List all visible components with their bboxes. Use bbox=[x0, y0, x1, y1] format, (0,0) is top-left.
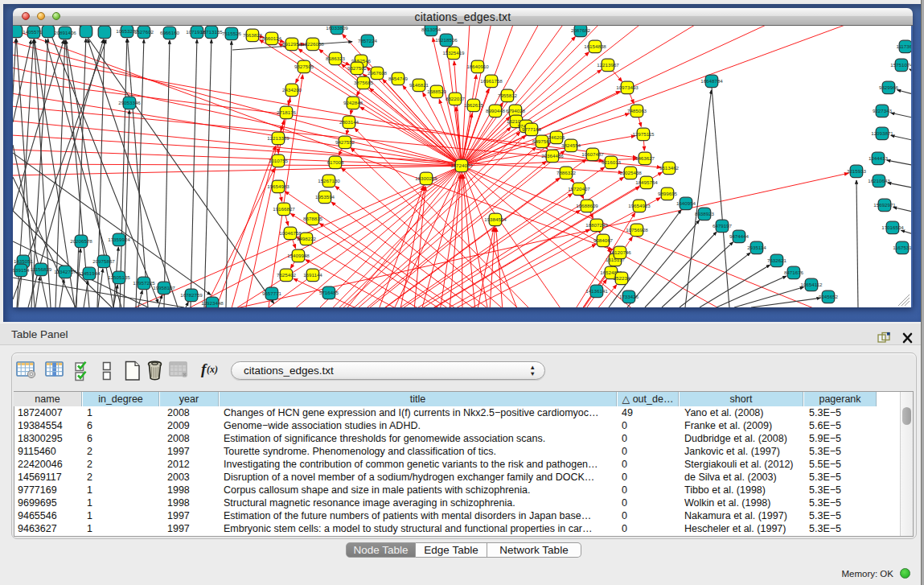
svg-text:9227343: 9227343 bbox=[873, 108, 893, 113]
svg-text:12213967: 12213967 bbox=[597, 62, 619, 68]
svg-text:12093871: 12093871 bbox=[871, 130, 893, 136]
svg-text:19958107: 19958107 bbox=[153, 285, 175, 290]
svg-text:8990448: 8990448 bbox=[486, 108, 506, 113]
svg-text:12505135: 12505135 bbox=[108, 274, 130, 280]
svg-text:29053346: 29053346 bbox=[118, 100, 141, 105]
svg-text:1640954: 1640954 bbox=[676, 200, 696, 206]
svg-text:12342757: 12342757 bbox=[54, 269, 76, 274]
svg-text:1953594: 1953594 bbox=[315, 194, 335, 200]
svg-text:7625402: 7625402 bbox=[277, 272, 297, 278]
svg-text:10607487: 10607487 bbox=[581, 151, 604, 157]
svg-text:16154838: 16154838 bbox=[584, 43, 606, 49]
svg-text:2935114: 2935114 bbox=[747, 245, 766, 250]
svg-text:8912954: 8912954 bbox=[282, 41, 302, 47]
svg-text:19166827: 19166827 bbox=[273, 206, 295, 212]
svg-text:20364436: 20364436 bbox=[541, 153, 564, 159]
svg-text:20975867: 20975867 bbox=[92, 258, 115, 264]
svg-text:8471676: 8471676 bbox=[784, 270, 804, 275]
svg-text:939154: 939154 bbox=[13, 267, 30, 273]
svg-text:18226058: 18226058 bbox=[302, 41, 324, 47]
svg-text:1010755: 1010755 bbox=[269, 158, 289, 163]
svg-text:8454749: 8454749 bbox=[388, 76, 409, 81]
svg-text:16782759: 16782759 bbox=[180, 292, 203, 298]
svg-text:1362615: 1362615 bbox=[464, 102, 484, 108]
svg-text:16713155: 16713155 bbox=[200, 29, 223, 35]
svg-text:7632621: 7632621 bbox=[767, 257, 787, 263]
svg-text:2803144: 2803144 bbox=[339, 119, 359, 125]
svg-text:12975115: 12975115 bbox=[632, 131, 655, 137]
svg-text:3875685: 3875685 bbox=[354, 80, 374, 85]
svg-text:2434200: 2434200 bbox=[282, 87, 302, 93]
svg-text:8678835: 8678835 bbox=[303, 216, 323, 221]
svg-text:1691144: 1691144 bbox=[303, 272, 322, 278]
svg-text:20206578: 20206578 bbox=[70, 238, 92, 244]
svg-text:9427552: 9427552 bbox=[335, 139, 355, 145]
svg-text:8322037: 8322037 bbox=[446, 96, 466, 101]
svg-text:18640910: 18640910 bbox=[466, 64, 489, 69]
svg-text:2087682: 2087682 bbox=[571, 27, 591, 33]
svg-text:6479197: 6479197 bbox=[713, 223, 733, 229]
svg-text:1244413: 1244413 bbox=[869, 155, 889, 161]
svg-text:15751074: 15751074 bbox=[890, 62, 911, 68]
svg-text:9463627: 9463627 bbox=[635, 155, 655, 161]
svg-text:9329966: 9329966 bbox=[879, 84, 899, 90]
svg-text:15267130: 15267130 bbox=[318, 178, 340, 183]
svg-text:18724007: 18724007 bbox=[450, 163, 473, 168]
svg-text:1588520: 1588520 bbox=[427, 89, 447, 94]
svg-text:7886322: 7886322 bbox=[556, 170, 577, 175]
svg-text:9899695: 9899695 bbox=[658, 191, 678, 196]
svg-text:8938923: 8938923 bbox=[695, 211, 715, 216]
svg-text:9474444: 9474444 bbox=[729, 233, 749, 239]
svg-text:17359924: 17359924 bbox=[108, 237, 130, 242]
svg-text:3215933: 3215933 bbox=[847, 168, 867, 174]
svg-text:1733426: 1733426 bbox=[619, 294, 639, 299]
svg-text:19654923: 19654923 bbox=[628, 203, 651, 208]
svg-text:17016504: 17016504 bbox=[881, 225, 904, 230]
svg-text:(x): (x) bbox=[207, 364, 218, 375]
svg-text:7857224: 7857224 bbox=[358, 38, 378, 43]
svg-text:7955812: 7955812 bbox=[498, 93, 518, 98]
svg-text:1167531: 1167531 bbox=[893, 245, 911, 250]
svg-text:5716485: 5716485 bbox=[319, 290, 339, 295]
svg-text:17957225: 17957225 bbox=[133, 280, 155, 286]
svg-text:16033809: 16033809 bbox=[326, 26, 348, 31]
svg-text:10025438: 10025438 bbox=[619, 170, 642, 175]
svg-text:19654983: 19654983 bbox=[267, 183, 290, 189]
svg-text:15720407: 15720407 bbox=[568, 186, 590, 192]
svg-text:1527602: 1527602 bbox=[134, 29, 154, 35]
svg-text:12213389: 12213389 bbox=[267, 135, 290, 141]
svg-text:9084067: 9084067 bbox=[593, 237, 614, 243]
svg-text:18807249: 18807249 bbox=[585, 222, 608, 228]
svg-text:12923448: 12923448 bbox=[201, 300, 224, 306]
svg-text:7663822: 7663822 bbox=[243, 32, 263, 38]
svg-text:1117364: 1117364 bbox=[896, 43, 911, 49]
svg-text:252234: 252234 bbox=[614, 275, 630, 281]
svg-text:9327502: 9327502 bbox=[347, 65, 368, 71]
svg-text:16648784: 16648784 bbox=[700, 78, 723, 84]
svg-text:11156829: 11156829 bbox=[31, 266, 52, 272]
svg-text:19384554: 19384554 bbox=[484, 216, 507, 222]
svg-text:16961758: 16961758 bbox=[480, 78, 503, 84]
svg-text:8660124: 8660124 bbox=[262, 35, 282, 41]
svg-text:9513462: 9513462 bbox=[659, 165, 680, 171]
svg-text:18300295: 18300295 bbox=[415, 175, 437, 181]
svg-text:9777169: 9777169 bbox=[522, 126, 542, 132]
svg-text:7515526: 7515526 bbox=[222, 31, 242, 36]
svg-text:11325419: 11325419 bbox=[442, 50, 465, 56]
svg-text:16120746: 16120746 bbox=[609, 249, 631, 255]
svg-text:9498222: 9498222 bbox=[297, 236, 317, 241]
svg-text:8813054: 8813054 bbox=[421, 27, 441, 32]
svg-text:19218506: 19218506 bbox=[435, 37, 458, 43]
svg-text:10973493: 10973493 bbox=[616, 84, 639, 90]
svg-text:10654112: 10654112 bbox=[800, 282, 823, 287]
svg-text:6966160: 6966160 bbox=[160, 30, 180, 35]
svg-text:3824554: 3824554 bbox=[561, 142, 581, 148]
svg-text:9242848: 9242848 bbox=[343, 100, 363, 105]
svg-text:10688609: 10688609 bbox=[576, 203, 598, 208]
svg-text:14136141: 14136141 bbox=[585, 288, 608, 294]
svg-text:7485063: 7485063 bbox=[627, 108, 647, 113]
svg-text:10046758: 10046758 bbox=[279, 230, 302, 236]
svg-text:9657771: 9657771 bbox=[262, 290, 282, 296]
svg-text:6794028: 6794028 bbox=[506, 108, 526, 113]
svg-text:617008: 617008 bbox=[327, 159, 344, 165]
